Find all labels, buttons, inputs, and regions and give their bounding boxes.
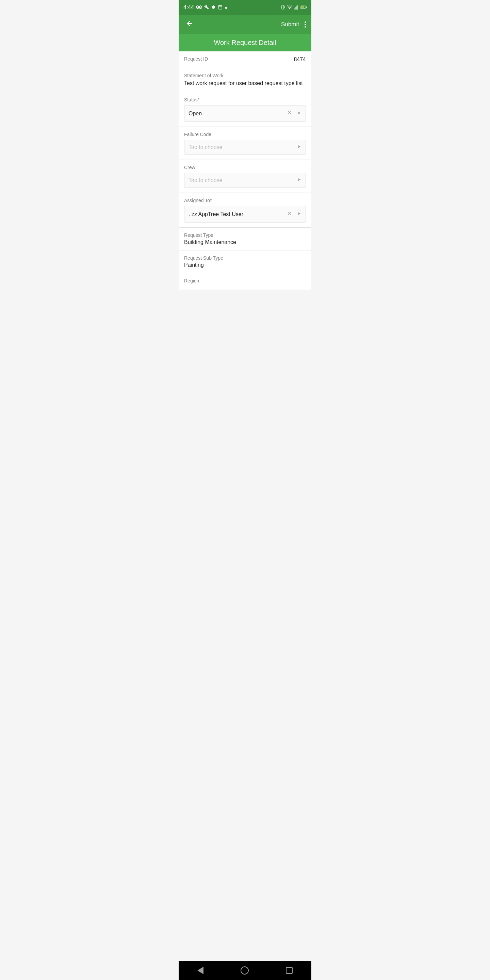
status-actions [286, 110, 301, 118]
statement-of-work-label: Statement of Work [184, 73, 306, 78]
status-time: 4:44 [183, 5, 194, 11]
status-arrow-icon [297, 111, 301, 117]
calendar-icon [218, 5, 223, 11]
request-sub-type-field: Request Sub Type Painting [179, 250, 311, 273]
wifi-icon [287, 5, 292, 10]
failure-code-label: Failure Code [184, 132, 306, 137]
more-options-button[interactable] [305, 21, 306, 27]
assigned-to-value: . zz AppTree Test User [189, 211, 243, 218]
status-label: Status* [184, 97, 306, 102]
status-bar: 4:44 [179, 0, 311, 15]
more-dot-2 [305, 24, 306, 25]
svg-rect-2 [198, 8, 201, 8]
signal-icon [294, 5, 299, 11]
request-id-field: Request ID 8474 [179, 51, 311, 68]
voicemail-icon [196, 5, 202, 10]
more-dot-3 [305, 26, 306, 27]
title-bar: Work Request Detail [179, 34, 311, 51]
request-sub-type-value: Painting [184, 262, 306, 268]
nav-spacer [179, 290, 311, 309]
svg-rect-16 [295, 7, 296, 10]
request-id-value: 8474 [294, 56, 306, 63]
status-dropdown[interactable]: Open [184, 105, 306, 122]
request-type-value: Building Maintenance [184, 239, 306, 245]
dropbox-icon [211, 5, 216, 11]
failure-code-placeholder: Tap to choose [189, 144, 223, 150]
request-type-label: Request Type [184, 232, 306, 238]
svg-rect-12 [281, 6, 282, 8]
status-clear-icon[interactable] [286, 110, 293, 118]
crew-placeholder: Tap to choose [189, 177, 223, 183]
region-field: Region [179, 273, 311, 290]
wrench-icon [204, 5, 209, 11]
request-sub-type-label: Request Sub Type [184, 255, 306, 261]
app-bar-left [184, 18, 195, 31]
content-area: Request ID 8474 Statement of Work Test w… [179, 51, 311, 290]
statement-of-work-field: Statement of Work Test work request for … [179, 68, 311, 92]
assigned-to-label: Assigned To* [184, 198, 306, 203]
failure-code-arrow-icon [297, 144, 301, 150]
request-id-label: Request ID [184, 56, 208, 62]
svg-point-14 [289, 8, 290, 9]
dot-icon: ● [224, 5, 227, 10]
crew-actions [297, 177, 301, 183]
status-field-section: Status* Open [179, 92, 311, 127]
statement-of-work-value: Test work request for user based request… [184, 80, 306, 87]
failure-code-field-section: Failure Code Tap to choose [179, 127, 311, 160]
svg-rect-11 [282, 5, 284, 9]
crew-dropdown[interactable]: Tap to choose [184, 173, 306, 188]
svg-rect-13 [284, 6, 285, 8]
svg-rect-15 [294, 8, 295, 9]
page-title: Work Request Detail [214, 39, 276, 46]
assigned-to-arrow-icon [297, 211, 301, 218]
status-bar-left: 4:44 [183, 5, 228, 11]
assigned-to-clear-icon[interactable] [286, 210, 293, 218]
status-bar-right [280, 5, 307, 11]
app-bar: Submit [179, 15, 311, 34]
svg-rect-21 [306, 6, 307, 8]
crew-label: Crew [184, 165, 306, 170]
battery-icon [301, 5, 307, 10]
request-type-field: Request Type Building Maintenance [179, 228, 311, 250]
vibrate-icon [280, 5, 285, 11]
svg-rect-20 [301, 6, 304, 8]
svg-rect-18 [297, 5, 298, 10]
assigned-to-field-section: Assigned To* . zz AppTree Test User [179, 193, 311, 228]
assigned-to-actions [286, 210, 301, 218]
failure-code-dropdown[interactable]: Tap to choose [184, 140, 306, 155]
submit-button[interactable]: Submit [281, 21, 299, 28]
failure-code-actions [297, 144, 301, 150]
crew-arrow-icon [297, 177, 301, 183]
more-dot-1 [305, 21, 306, 23]
crew-field-section: Crew Tap to choose [179, 160, 311, 193]
svg-rect-17 [296, 6, 297, 10]
region-label: Region [184, 278, 306, 283]
status-value: Open [189, 111, 202, 117]
svg-rect-7 [218, 5, 222, 9]
assigned-to-dropdown[interactable]: . zz AppTree Test User [184, 206, 306, 223]
app-bar-right: Submit [281, 21, 306, 28]
back-button[interactable] [184, 18, 195, 31]
